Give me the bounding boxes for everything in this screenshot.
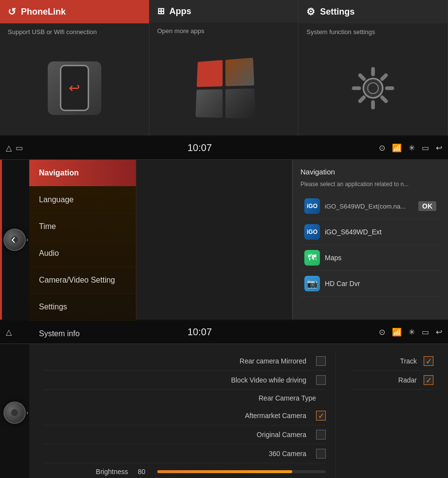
setting-row-original-camera: Original Camera: [44, 425, 326, 444]
setting-row-radar: Radar ✓: [351, 371, 433, 390]
status-bar-right-2: ⊙ 📶 ✳ ▭ ↩: [355, 327, 442, 337]
apps-desc: Open more apps: [149, 22, 299, 39]
nav-item-audio[interactable]: Audio: [29, 240, 136, 267]
aftermarket-checkmark: ✓: [318, 411, 324, 421]
igo-ext-name: iGO_S649WD_Ext(com.na...: [325, 203, 413, 210]
block-video-checkbox[interactable]: [316, 375, 326, 385]
nav-item-time[interactable]: Time: [29, 213, 136, 240]
navigation-section: › Navigation Language Time Audio Camera/…: [0, 160, 448, 321]
large-gear-icon: [346, 61, 400, 115]
settings-title: Settings: [320, 7, 355, 17]
back-icon-1[interactable]: ↩: [436, 143, 442, 153]
maps-icon: 🗺: [304, 250, 320, 266]
setting-row-track: Track ✓: [351, 352, 433, 371]
nav-item-system-info[interactable]: System info: [29, 321, 136, 347]
radar-label: Radar: [398, 376, 417, 384]
block-video-label: Block Video while driving: [44, 376, 316, 384]
phone-icon-inner: ↩: [60, 65, 89, 111]
bluetooth-icon-1: ✳: [409, 143, 415, 153]
dvr-name: HD Car Dvr: [325, 280, 436, 287]
nav-item-camera-video[interactable]: Camera/Video Setting: [29, 267, 136, 294]
maps-name: Maps: [325, 254, 436, 262]
settings-panel[interactable]: ⚙ Settings System function settings: [299, 0, 448, 135]
setting-row-block-video: Block Video while driving: [44, 371, 326, 390]
nav-app-popup: Navigation Please select an application …: [292, 160, 448, 320]
app-item-hd-car-dvr[interactable]: 📷 HD Car Dvr: [300, 271, 440, 297]
nav-right-panel: Navigation Please select an application …: [136, 160, 448, 320]
popup-title: Navigation: [300, 168, 440, 176]
rear-mirror-checkbox[interactable]: [316, 356, 326, 366]
left-arrow-button[interactable]: ‹: [4, 225, 23, 254]
settings-desc: System function settings: [299, 23, 448, 40]
svg-line-9: [360, 97, 364, 101]
radar-checkmark: ✓: [426, 376, 432, 385]
camera-video-section: › Rear camera Mirrored Block Video while…: [0, 344, 448, 478]
svg-line-8: [382, 75, 386, 79]
app-item-igo-ext[interactable]: iGO iGO_S649WD_Ext(com.na... OK: [300, 193, 440, 219]
bluetooth-icon-2: ✳: [409, 327, 415, 337]
popup-subtitle: Please select an application related to …: [300, 181, 440, 188]
nav-item-settings[interactable]: Settings: [29, 294, 136, 321]
win-quad-1: [196, 60, 222, 87]
nav-item-language[interactable]: Language: [29, 187, 136, 213]
igo-ext-icon: iGO: [304, 198, 320, 214]
radar-checkbox[interactable]: ✓: [424, 375, 433, 385]
nav-menu: Navigation Language Time Audio Camera/Vi…: [29, 160, 136, 320]
nav-item-language-label: Language: [39, 195, 74, 204]
rear-mirror-label: Rear camera Mirrored: [44, 357, 316, 365]
apps-image: [149, 39, 299, 135]
apps-title: Apps: [169, 6, 191, 17]
track-checkbox[interactable]: ✓: [424, 356, 433, 366]
settings-col-left: Rear camera Mirrored Block Video while d…: [44, 352, 336, 478]
360-camera-checkbox[interactable]: [316, 449, 326, 459]
nav-item-time-label: Time: [39, 222, 56, 231]
svg-point-1: [368, 83, 378, 94]
nav-item-system-info-label: System info: [39, 329, 80, 338]
settings-columns: Rear camera Mirrored Block Video while d…: [44, 352, 433, 478]
back-icon-2[interactable]: ↩: [436, 327, 442, 337]
setting-row-360-camera: 360 Camera: [44, 444, 326, 463]
status-bar-right-1: ⊙ 📶 ✳ ▭ ↩: [355, 143, 442, 153]
battery-icon-1: ▭: [422, 143, 429, 153]
setting-row-rear-mirror: Rear camera Mirrored: [44, 352, 326, 371]
igo-s649-icon: iGO: [304, 224, 320, 240]
settings-col-right: Track ✓ Radar ✓: [336, 352, 433, 478]
setting-row-aftermarket: Aftermarket Camera ✓: [44, 406, 326, 425]
app-item-igo-s649[interactable]: iGO iGO_S649WD_Ext: [300, 219, 440, 245]
battery-icon-2: ▭: [422, 327, 429, 337]
aftermarket-label: Aftermarket Camera: [44, 412, 316, 420]
nav-item-audio-label: Audio: [39, 249, 59, 258]
svg-line-7: [382, 97, 386, 101]
nav-item-camera-video-label: Camera/Video Setting: [39, 276, 115, 285]
svg-line-6: [360, 75, 364, 79]
bottom-settings-main: Rear camera Mirrored Block Video while d…: [29, 344, 448, 478]
apps-panel[interactable]: ⊞ Apps Open more apps: [149, 0, 299, 135]
nav-item-settings-label: Settings: [39, 303, 67, 311]
rear-camera-type-row: Rear Camera Type: [44, 390, 326, 406]
apps-header: ⊞ Apps: [149, 0, 299, 22]
brightness-row: Brightness 80: [44, 463, 326, 478]
original-camera-checkbox[interactable]: [316, 430, 326, 440]
win-quad-4: [225, 88, 255, 118]
settings-gear-icon: ⚙: [306, 6, 315, 18]
win-quad-2: [225, 57, 254, 86]
nav-item-navigation-label: Navigation: [39, 169, 79, 177]
track-label: Track: [400, 357, 417, 365]
ok-button[interactable]: OK: [418, 201, 436, 211]
wifi-icon-1: 📶: [392, 143, 402, 153]
dvr-icon: 📷: [304, 276, 320, 291]
app-item-maps[interactable]: 🗺 Maps: [300, 245, 440, 271]
nav-item-navigation[interactable]: Navigation: [29, 160, 136, 187]
igo-s649-name: iGO_S649WD_Ext: [325, 228, 436, 236]
brightness-slider[interactable]: [157, 470, 326, 473]
aftermarket-checkbox[interactable]: ✓: [316, 411, 326, 421]
original-camera-label: Original Camera: [44, 431, 316, 439]
location-icon-2: ⊙: [379, 327, 385, 337]
status-bar-1: △ ▭ 10:07 ⊙ 📶 ✳ ▭ ↩: [0, 136, 448, 160]
phone-arrow-icon: ↩: [69, 80, 80, 96]
win-quad-3: [195, 89, 223, 118]
apps-grid-icon: ⊞: [157, 6, 165, 17]
360-camera-label: 360 Camera: [44, 450, 316, 458]
settings-image: [299, 40, 448, 135]
left-nav-arrow[interactable]: ‹: [0, 0, 27, 478]
